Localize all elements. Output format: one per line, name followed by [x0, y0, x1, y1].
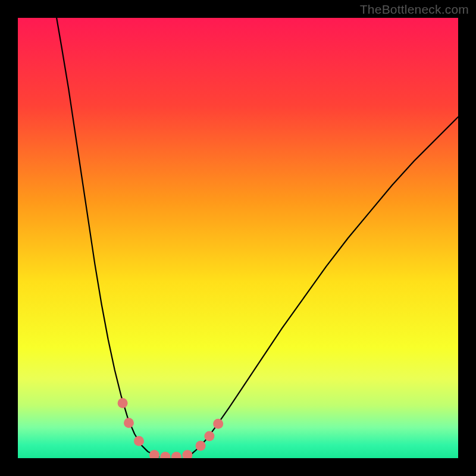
curve-left-branch	[57, 18, 159, 457]
data-marker	[134, 436, 144, 446]
curve-layer	[18, 18, 458, 458]
watermark-text: TheBottleneck.com	[360, 2, 469, 17]
data-marker	[196, 441, 206, 451]
data-marker	[171, 452, 181, 458]
data-marker	[118, 398, 128, 408]
data-marker	[160, 452, 170, 458]
plot-area	[18, 18, 458, 458]
data-marker	[149, 450, 159, 458]
data-marker	[182, 450, 192, 458]
chart-frame: TheBottleneck.com	[0, 0, 476, 476]
data-marker	[204, 431, 214, 441]
data-marker	[124, 418, 134, 428]
data-marker	[213, 419, 223, 429]
curve-right-branch	[185, 117, 458, 457]
